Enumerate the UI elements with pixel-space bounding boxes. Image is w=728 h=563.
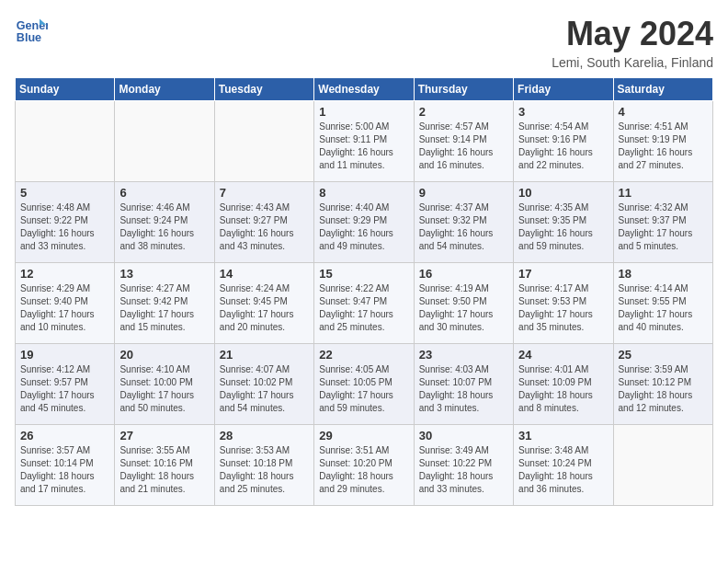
- day-number: 13: [119, 267, 209, 281]
- day-info: Sunrise: 4:07 AM Sunset: 10:02 PM Daylig…: [220, 363, 309, 415]
- day-number: 15: [319, 267, 408, 281]
- day-number: 20: [119, 348, 209, 362]
- weekday-header-row: SundayMondayTuesdayWednesdayThursdayFrid…: [16, 78, 713, 101]
- day-number: 18: [619, 267, 708, 281]
- day-number: 14: [220, 267, 309, 281]
- day-info: Sunrise: 4:24 AM Sunset: 9:45 PM Dayligh…: [220, 282, 309, 334]
- day-cell: 26Sunrise: 3:57 AM Sunset: 10:14 PM Dayl…: [16, 425, 115, 506]
- title-block: May 2024 Lemi, South Karelia, Finland: [552, 15, 713, 70]
- day-cell: 14Sunrise: 4:24 AM Sunset: 9:45 PM Dayli…: [214, 263, 313, 344]
- day-info: Sunrise: 4:35 AM Sunset: 9:35 PM Dayligh…: [518, 201, 608, 253]
- week-row-1: 1Sunrise: 5:00 AM Sunset: 9:11 PM Daylig…: [16, 101, 713, 182]
- day-number: 21: [220, 348, 309, 362]
- day-info: Sunrise: 3:48 AM Sunset: 10:24 PM Daylig…: [518, 444, 608, 496]
- day-number: 11: [619, 186, 708, 200]
- day-number: 23: [419, 348, 508, 362]
- day-number: 2: [419, 105, 508, 119]
- day-cell: 12Sunrise: 4:29 AM Sunset: 9:40 PM Dayli…: [16, 263, 115, 344]
- calendar-table: SundayMondayTuesdayWednesdayThursdayFrid…: [15, 77, 713, 506]
- day-number: 8: [319, 186, 408, 200]
- day-info: Sunrise: 4:57 AM Sunset: 9:14 PM Dayligh…: [419, 121, 508, 172]
- day-number: 31: [518, 429, 608, 442]
- day-cell: [613, 425, 712, 506]
- week-row-3: 12Sunrise: 4:29 AM Sunset: 9:40 PM Dayli…: [16, 263, 713, 344]
- day-info: Sunrise: 4:22 AM Sunset: 9:47 PM Dayligh…: [319, 282, 408, 334]
- location-subtitle: Lemi, South Karelia, Finland: [552, 55, 713, 70]
- day-cell: 10Sunrise: 4:35 AM Sunset: 9:35 PM Dayli…: [514, 182, 613, 263]
- weekday-saturday: Saturday: [613, 78, 712, 101]
- calendar-body: 1Sunrise: 5:00 AM Sunset: 9:11 PM Daylig…: [16, 101, 713, 506]
- day-cell: 15Sunrise: 4:22 AM Sunset: 9:47 PM Dayli…: [314, 263, 414, 344]
- day-cell: 23Sunrise: 4:03 AM Sunset: 10:07 PM Dayl…: [414, 344, 513, 425]
- day-info: Sunrise: 4:14 AM Sunset: 9:55 PM Dayligh…: [619, 282, 708, 334]
- day-number: 9: [419, 186, 508, 200]
- day-info: Sunrise: 4:54 AM Sunset: 9:16 PM Dayligh…: [518, 121, 608, 172]
- day-cell: 6Sunrise: 4:46 AM Sunset: 9:24 PM Daylig…: [115, 182, 214, 263]
- day-info: Sunrise: 4:40 AM Sunset: 9:29 PM Dayligh…: [319, 201, 408, 253]
- day-cell: 3Sunrise: 4:54 AM Sunset: 9:16 PM Daylig…: [514, 101, 613, 182]
- day-cell: 21Sunrise: 4:07 AM Sunset: 10:02 PM Dayl…: [214, 344, 313, 425]
- day-cell: 16Sunrise: 4:19 AM Sunset: 9:50 PM Dayli…: [414, 263, 513, 344]
- day-info: Sunrise: 5:00 AM Sunset: 9:11 PM Dayligh…: [319, 121, 408, 172]
- day-info: Sunrise: 3:51 AM Sunset: 10:20 PM Daylig…: [319, 444, 408, 496]
- day-cell: [16, 101, 115, 182]
- month-title: May 2024: [552, 15, 713, 53]
- day-number: 26: [20, 429, 109, 442]
- day-cell: 11Sunrise: 4:32 AM Sunset: 9:37 PM Dayli…: [613, 182, 712, 263]
- day-info: Sunrise: 4:05 AM Sunset: 10:05 PM Daylig…: [319, 363, 408, 415]
- week-row-4: 19Sunrise: 4:12 AM Sunset: 9:57 PM Dayli…: [16, 344, 713, 425]
- day-info: Sunrise: 3:49 AM Sunset: 10:22 PM Daylig…: [419, 444, 508, 496]
- day-cell: 19Sunrise: 4:12 AM Sunset: 9:57 PM Dayli…: [16, 344, 115, 425]
- day-number: 24: [518, 348, 608, 362]
- day-info: Sunrise: 4:10 AM Sunset: 10:00 PM Daylig…: [119, 363, 209, 415]
- day-number: 25: [619, 348, 708, 362]
- day-info: Sunrise: 4:48 AM Sunset: 9:22 PM Dayligh…: [20, 201, 109, 253]
- day-cell: 13Sunrise: 4:27 AM Sunset: 9:42 PM Dayli…: [115, 263, 214, 344]
- week-row-2: 5Sunrise: 4:48 AM Sunset: 9:22 PM Daylig…: [16, 182, 713, 263]
- day-cell: [115, 101, 214, 182]
- day-info: Sunrise: 4:29 AM Sunset: 9:40 PM Dayligh…: [20, 282, 109, 334]
- day-cell: 27Sunrise: 3:55 AM Sunset: 10:16 PM Dayl…: [115, 425, 214, 506]
- day-info: Sunrise: 3:55 AM Sunset: 10:16 PM Daylig…: [119, 444, 209, 496]
- day-number: 5: [20, 186, 109, 200]
- day-cell: 28Sunrise: 3:53 AM Sunset: 10:18 PM Dayl…: [214, 425, 313, 506]
- weekday-monday: Monday: [115, 78, 214, 101]
- day-info: Sunrise: 4:19 AM Sunset: 9:50 PM Dayligh…: [419, 282, 508, 334]
- day-number: 19: [20, 348, 109, 362]
- day-info: Sunrise: 4:51 AM Sunset: 9:19 PM Dayligh…: [619, 121, 708, 172]
- day-cell: 5Sunrise: 4:48 AM Sunset: 9:22 PM Daylig…: [16, 182, 115, 263]
- day-info: Sunrise: 3:53 AM Sunset: 10:18 PM Daylig…: [220, 444, 309, 496]
- day-cell: [214, 101, 313, 182]
- day-number: 12: [20, 267, 109, 281]
- weekday-tuesday: Tuesday: [214, 78, 313, 101]
- day-info: Sunrise: 4:32 AM Sunset: 9:37 PM Dayligh…: [619, 201, 708, 253]
- day-number: 27: [119, 429, 209, 442]
- weekday-sunday: Sunday: [16, 78, 115, 101]
- day-info: Sunrise: 3:59 AM Sunset: 10:12 PM Daylig…: [619, 363, 708, 415]
- day-number: 6: [119, 186, 209, 200]
- day-number: 16: [419, 267, 508, 281]
- day-cell: 22Sunrise: 4:05 AM Sunset: 10:05 PM Dayl…: [314, 344, 414, 425]
- day-cell: 9Sunrise: 4:37 AM Sunset: 9:32 PM Daylig…: [414, 182, 513, 263]
- svg-text:Blue: Blue: [17, 31, 41, 44]
- day-number: 1: [319, 105, 408, 119]
- day-info: Sunrise: 4:43 AM Sunset: 9:27 PM Dayligh…: [220, 201, 309, 253]
- day-cell: 18Sunrise: 4:14 AM Sunset: 9:55 PM Dayli…: [613, 263, 712, 344]
- day-cell: 17Sunrise: 4:17 AM Sunset: 9:53 PM Dayli…: [514, 263, 613, 344]
- page-header: General Blue General Blue May 2024 Lemi,…: [15, 15, 713, 70]
- day-cell: 1Sunrise: 5:00 AM Sunset: 9:11 PM Daylig…: [314, 101, 414, 182]
- day-cell: 8Sunrise: 4:40 AM Sunset: 9:29 PM Daylig…: [314, 182, 414, 263]
- day-number: 29: [319, 429, 408, 442]
- day-cell: 7Sunrise: 4:43 AM Sunset: 9:27 PM Daylig…: [214, 182, 313, 263]
- day-cell: 25Sunrise: 3:59 AM Sunset: 10:12 PM Dayl…: [613, 344, 712, 425]
- logo: General Blue General Blue: [15, 15, 48, 48]
- day-number: 3: [518, 105, 608, 119]
- day-cell: 20Sunrise: 4:10 AM Sunset: 10:00 PM Dayl…: [115, 344, 214, 425]
- day-number: 30: [419, 429, 508, 442]
- day-cell: 29Sunrise: 3:51 AM Sunset: 10:20 PM Dayl…: [314, 425, 414, 506]
- day-cell: 30Sunrise: 3:49 AM Sunset: 10:22 PM Dayl…: [414, 425, 513, 506]
- day-cell: 2Sunrise: 4:57 AM Sunset: 9:14 PM Daylig…: [414, 101, 513, 182]
- weekday-thursday: Thursday: [414, 78, 513, 101]
- day-info: Sunrise: 4:01 AM Sunset: 10:09 PM Daylig…: [518, 363, 608, 415]
- day-info: Sunrise: 4:27 AM Sunset: 9:42 PM Dayligh…: [119, 282, 209, 334]
